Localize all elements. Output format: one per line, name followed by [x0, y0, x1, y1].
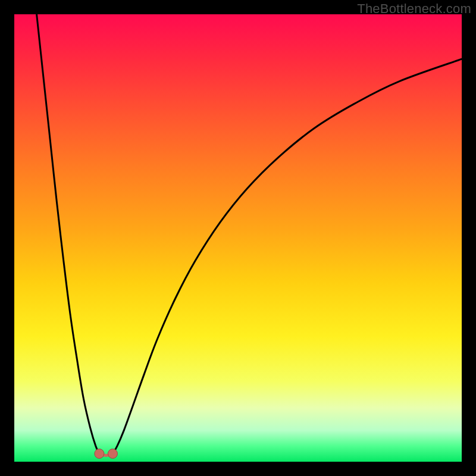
gradient-background [14, 14, 462, 462]
chart-frame: TheBottleneck.com [0, 0, 476, 476]
plot-area [14, 14, 462, 462]
marker-min-right [108, 449, 117, 458]
marker-min-left [95, 449, 104, 458]
chart-svg [14, 14, 462, 462]
